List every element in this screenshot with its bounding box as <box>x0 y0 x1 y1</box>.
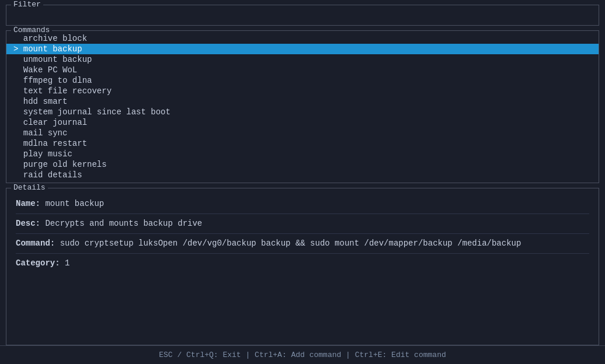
commands-label: Commands <box>11 26 52 34</box>
command-label: Command: <box>16 239 55 248</box>
command-item[interactable]: raid details <box>6 170 599 180</box>
command-item[interactable]: play music <box>6 149 599 159</box>
desc-value: Decrypts and mounts backup drive <box>45 219 202 228</box>
command-item[interactable]: archive block <box>6 33 599 44</box>
command-item[interactable]: unmount backup <box>6 54 599 65</box>
command-item[interactable]: hdd smart <box>6 96 599 107</box>
command-item[interactable]: purge old kernels <box>6 159 599 170</box>
filter-section: Filter <box>6 5 599 26</box>
footer-text: ESC / Ctrl+Q: Exit | Ctrl+A: Add command… <box>159 351 446 359</box>
detail-name-row: Name: mount backup <box>16 194 589 214</box>
command-item[interactable]: mount backup <box>6 44 599 54</box>
command-value: sudo cryptsetup luksOpen /dev/vg0/backup… <box>60 239 521 248</box>
filter-label: Filter <box>11 0 43 9</box>
category-label: Category: <box>16 258 60 268</box>
detail-command-row: Command: sudo cryptsetup luksOpen /dev/v… <box>16 234 589 254</box>
details-section: Details Name: mount backup Desc: Decrypt… <box>6 188 599 345</box>
commands-section: Commands archive blockmount backupunmoun… <box>6 30 599 183</box>
filter-input[interactable] <box>6 5 599 24</box>
commands-list: archive blockmount backupunmount backupW… <box>6 31 599 183</box>
desc-label: Desc: <box>16 219 40 228</box>
details-content: Name: mount backup Desc: Decrypts and mo… <box>6 188 599 279</box>
command-item[interactable]: mdlna restart <box>6 138 599 149</box>
command-item[interactable]: mail sync <box>6 128 599 138</box>
name-label: Name: <box>16 199 40 208</box>
footer: ESC / Ctrl+Q: Exit | Ctrl+A: Add command… <box>0 345 605 364</box>
command-item[interactable]: system journal since last boot <box>6 107 599 117</box>
details-label: Details <box>11 183 48 192</box>
command-item[interactable]: clear journal <box>6 117 599 128</box>
category-value: 1 <box>65 258 69 268</box>
detail-desc-row: Desc: Decrypts and mounts backup drive <box>16 214 589 234</box>
command-item[interactable]: Wake PC WoL <box>6 65 599 75</box>
name-value: mount backup <box>45 199 104 208</box>
command-item[interactable]: text file recovery <box>6 86 599 96</box>
command-item[interactable]: ffmpeg to dlna <box>6 75 599 86</box>
detail-category-row: Category: 1 <box>16 254 589 273</box>
